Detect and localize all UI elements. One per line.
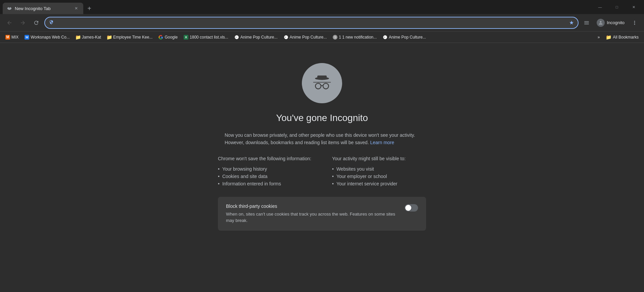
all-bookmarks-icon: 📁: [606, 35, 611, 40]
bookmark-anime2-icon: A: [284, 35, 288, 40]
profile-label: Incognito: [607, 20, 625, 25]
bookmark-notifications-icon: S: [333, 35, 337, 40]
bookmark-anime1[interactable]: A Anime Pop Culture...: [232, 34, 280, 41]
address-bar[interactable]: ★: [44, 17, 579, 29]
forward-button[interactable]: [17, 17, 28, 28]
bookmark-anime3-label: Anime Pop Culture...: [389, 35, 426, 40]
cookie-title: Block third-party cookies: [226, 203, 398, 209]
activity-visible-list: Websites you visit Your employer or scho…: [332, 165, 426, 187]
back-button[interactable]: [4, 17, 15, 28]
svg-point-13: [316, 84, 321, 89]
navigation-bar: ★ Incognito: [0, 14, 644, 32]
chrome-wont-save-heading: Chrome won't save the following informat…: [218, 156, 312, 161]
bookmarks-more-button[interactable]: »: [595, 34, 603, 41]
profile-button[interactable]: Incognito: [593, 17, 628, 28]
security-icon: [49, 20, 54, 25]
maximize-button[interactable]: □: [609, 0, 625, 14]
cookie-block-box: Block third-party cookies When on, sites…: [218, 197, 426, 231]
bookmark-mix-icon: M: [5, 35, 10, 40]
svg-point-15: [323, 84, 328, 89]
tab-title: New Incognito Tab: [15, 6, 71, 11]
cookie-description: When on, sites can't use cookies that tr…: [226, 211, 398, 224]
bookmark-anime1-label: Anime Pop Culture...: [240, 35, 278, 40]
chrome-wont-save-list: Your browsing history Cookies and site d…: [218, 165, 312, 187]
bookmark-anime3[interactable]: A Anime Pop Culture...: [380, 34, 429, 41]
bookmark-notifications-label: 1 1 new notification...: [339, 35, 377, 40]
svg-rect-2: [8, 7, 10, 8]
bookmark-emptime-icon: 📁: [107, 35, 112, 40]
bookmark-google-icon: [158, 35, 163, 40]
list-item-websites: Websites you visit: [332, 165, 426, 173]
cookie-text: Block third-party cookies When on, sites…: [226, 203, 398, 224]
close-button[interactable]: ✕: [626, 0, 641, 14]
avatar: [597, 19, 605, 27]
incognito-icon: [302, 63, 342, 103]
list-item-employer: Your employer or school: [332, 173, 426, 180]
activity-visible-section: Your activity might still be visible to:…: [332, 156, 426, 187]
bookmark-anime2-label: Anime Pop Culture...: [290, 35, 327, 40]
bookmark-emptime-label: Employee Time Kee...: [113, 35, 152, 40]
window-controls: — □ ✕: [592, 0, 644, 14]
toggle-thumb: [405, 205, 411, 211]
menu-button[interactable]: [629, 17, 640, 28]
bookmark-james-kat[interactable]: 📁 James-Kat: [73, 34, 104, 41]
new-tab-button[interactable]: +: [85, 4, 94, 13]
list-item-isp: Your internet service provider: [332, 180, 426, 187]
list-item-forms: Information entered in forms: [218, 180, 312, 187]
svg-rect-10: [317, 75, 327, 79]
bookmark-google-label: Google: [165, 35, 178, 40]
activity-visible-heading: Your activity might still be visible to:: [332, 156, 426, 161]
nav-actions: Incognito: [581, 17, 640, 28]
bookmark-anime3-icon: A: [383, 35, 387, 40]
bookmark-jameskat-label: James-Kat: [82, 35, 101, 40]
active-tab[interactable]: New Incognito Tab ✕: [3, 3, 83, 14]
url-input[interactable]: [56, 20, 566, 25]
bookmark-mix[interactable]: M MIX: [3, 34, 21, 41]
svg-point-0: [8, 8, 9, 9]
list-item-cookies: Cookies and site data: [218, 173, 312, 180]
svg-text:A: A: [285, 36, 286, 38]
learn-more-link[interactable]: Learn more: [370, 140, 394, 145]
bookmark-anime1-icon: A: [234, 35, 239, 40]
bookmark-mix-label: MIX: [11, 35, 18, 40]
reload-button[interactable]: [31, 17, 42, 28]
all-bookmarks-label: All Bookmarks: [613, 35, 639, 40]
svg-rect-11: [313, 82, 331, 83]
list-item-browsing-history: Your browsing history: [218, 165, 312, 173]
sidebar-button[interactable]: [581, 17, 592, 28]
cookie-toggle-wrap[interactable]: [405, 203, 418, 212]
incognito-description: Now you can browse privately, and other …: [225, 131, 419, 147]
bookmarks-bar: M MIX W Worksnaps Web Co... 📁 James-Kat …: [0, 32, 644, 43]
main-content: You've gone Incognito Now you can browse…: [0, 43, 644, 292]
tab-bar: New Incognito Tab ✕ + — □ ✕: [0, 0, 644, 14]
bookmark-worksnaps-icon: W: [25, 35, 29, 40]
svg-point-1: [9, 8, 10, 9]
bookmark-notifications[interactable]: S 1 1 new notification...: [330, 34, 379, 41]
cookie-toggle[interactable]: [405, 204, 418, 212]
svg-rect-16: [321, 85, 323, 86]
all-bookmarks-button[interactable]: 📁 All Bookmarks: [603, 33, 641, 41]
bookmark-employee-time[interactable]: 📁 Employee Time Kee...: [104, 34, 155, 41]
bookmark-worksnaps-label: Worksnaps Web Co...: [31, 35, 70, 40]
tab-incognito-icon: [7, 6, 12, 11]
bookmark-1800[interactable]: X 1800 contact list.xls...: [181, 34, 231, 41]
info-columns: Chrome won't save the following informat…: [218, 156, 426, 187]
tab-close-button[interactable]: ✕: [73, 5, 79, 11]
bookmark-anime2[interactable]: A Anime Pop Culture...: [281, 34, 330, 41]
minimize-button[interactable]: —: [592, 0, 608, 14]
bookmark-1800-label: 1800 contact list.xls...: [190, 35, 228, 40]
chrome-wont-save-section: Chrome won't save the following informat…: [218, 156, 312, 187]
bookmark-1800-icon: X: [184, 35, 188, 40]
bookmark-jameskat-icon: 📁: [76, 35, 81, 40]
bookmark-google[interactable]: Google: [156, 34, 180, 41]
svg-text:A: A: [384, 36, 385, 38]
bookmark-star-icon[interactable]: ★: [569, 19, 574, 26]
svg-text:A: A: [235, 36, 237, 38]
incognito-title: You've gone Incognito: [276, 113, 368, 123]
bookmark-worksnaps[interactable]: W Worksnaps Web Co...: [22, 34, 72, 41]
